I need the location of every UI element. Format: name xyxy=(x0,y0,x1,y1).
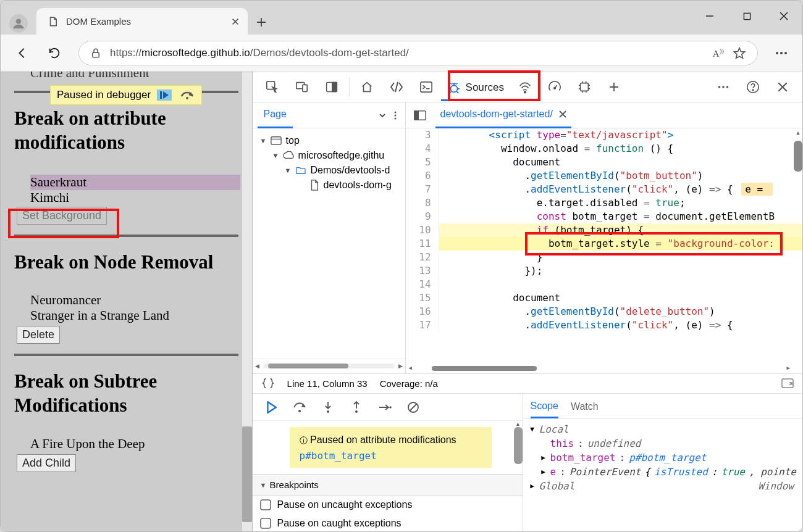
close-devtools-icon[interactable] xyxy=(768,72,797,102)
svg-point-5 xyxy=(784,52,787,54)
step-out-button[interactable] xyxy=(343,395,370,420)
tab-title: DOM Examples xyxy=(66,16,223,27)
sources-tab[interactable]: Sources xyxy=(441,75,510,101)
reload-button[interactable] xyxy=(40,39,69,67)
sources-tab-label: Sources xyxy=(466,81,504,94)
var-this: this: undefined xyxy=(529,436,796,451)
debug-left-scrollbar[interactable] xyxy=(514,427,523,464)
page-tab[interactable]: Page xyxy=(258,102,293,128)
resume-icon[interactable] xyxy=(157,89,172,101)
tree-folder[interactable]: ▼Demos/devtools-d xyxy=(255,163,403,178)
network-icon[interactable] xyxy=(510,72,540,102)
profile-icon[interactable] xyxy=(9,14,28,33)
close-window-button[interactable] xyxy=(765,1,802,31)
add-child-button[interactable]: Add Child xyxy=(17,454,76,472)
pause-caught-checkbox[interactable]: Pause on caught exceptions xyxy=(253,514,523,532)
close-tab-icon[interactable] xyxy=(230,17,240,27)
var-e[interactable]: ▶e: PointerEvent {isTrusted: true, point… xyxy=(529,465,796,479)
delete-button[interactable]: Delete xyxy=(17,326,60,344)
var-botm-target[interactable]: ▶botm_target: p#botm_target xyxy=(529,451,796,465)
chevron-down-icon[interactable] xyxy=(378,111,387,120)
list-item-neuromancer: Neuromancer xyxy=(8,293,238,308)
address-bar[interactable]: https://microsoftedge.github.io/Demos/de… xyxy=(78,41,758,65)
tree-host[interactable]: ▼microsoftedge.githu xyxy=(255,148,403,163)
list-item-fire: A Fire Upon the Deep xyxy=(8,436,238,452)
section-heading-attribute: Break on attribute modifications xyxy=(14,107,238,155)
console-icon[interactable] xyxy=(411,72,441,102)
resume-button[interactable] xyxy=(258,395,285,420)
svg-rect-13 xyxy=(420,81,431,91)
toggle-navigator-icon[interactable] xyxy=(410,102,431,130)
watch-tab[interactable]: Watch xyxy=(571,394,599,417)
svg-point-20 xyxy=(726,86,729,88)
svg-point-22 xyxy=(752,89,754,91)
tree-file[interactable]: devtools-dom-g xyxy=(255,178,403,193)
section-heading-subtree: Break on Subtree Modifications xyxy=(14,370,238,418)
braces-icon[interactable] xyxy=(261,376,275,390)
window-controls xyxy=(691,1,802,31)
scope-local[interactable]: ▼Local xyxy=(529,422,796,436)
read-aloud-icon[interactable]: A)) xyxy=(713,47,724,59)
svg-point-31 xyxy=(327,410,329,413)
maximize-button[interactable] xyxy=(728,1,765,31)
performance-icon[interactable] xyxy=(540,72,570,102)
code-vscrollbar[interactable]: ▲ xyxy=(794,128,802,362)
device-toggle-icon[interactable] xyxy=(287,72,317,102)
favorite-icon[interactable] xyxy=(733,46,746,60)
page-navigator: Page ▼top ▼microsoftedge.githu ▼Demos/de… xyxy=(253,102,406,373)
step-button[interactable] xyxy=(371,395,398,420)
step-into-button[interactable] xyxy=(314,395,342,420)
expand-icon[interactable] xyxy=(781,378,794,388)
svg-point-14 xyxy=(450,85,457,92)
welcome-icon[interactable] xyxy=(352,72,382,102)
debugger-left-panel: ⓘ Paused on attribute modifications p#bo… xyxy=(253,394,523,532)
breakpoints-header[interactable]: ▼Breakpoints xyxy=(253,474,523,496)
svg-rect-28 xyxy=(414,110,418,120)
editor-status-bar: Line 11, Column 33 Coverage: n/a xyxy=(253,373,802,393)
back-button[interactable] xyxy=(8,39,36,67)
webpage-scrollbar-thumb[interactable] xyxy=(242,426,252,522)
minimize-button[interactable] xyxy=(691,1,728,31)
code-area[interactable]: 3 <script type="text/javascript"> 4 wind… xyxy=(406,128,802,373)
scope-global[interactable]: ▶GlobalWindow xyxy=(529,479,796,493)
step-over-button[interactable] xyxy=(286,395,313,420)
inspect-icon[interactable] xyxy=(258,72,287,102)
svg-rect-12 xyxy=(332,82,337,91)
tree-top[interactable]: ▼top xyxy=(255,133,403,148)
memory-icon[interactable] xyxy=(570,72,599,102)
set-background-button[interactable]: Set Background xyxy=(17,207,107,225)
new-tab-button[interactable] xyxy=(255,16,267,28)
devtools-toolbar: Sources xyxy=(253,72,802,102)
page-menu-icon[interactable] xyxy=(390,110,400,120)
nav-hscrollbar[interactable]: ◀ ▶ xyxy=(253,359,405,373)
scope-tab[interactable]: Scope xyxy=(531,394,558,418)
more-icon[interactable] xyxy=(768,39,795,67)
help-icon[interactable] xyxy=(738,72,768,102)
svg-point-4 xyxy=(780,52,783,54)
devtools-panel: Sources Page xyxy=(252,72,802,532)
elements-icon[interactable] xyxy=(382,72,411,102)
svg-point-33 xyxy=(389,406,392,409)
file-tab[interactable]: devtools-dom-get-started/ xyxy=(435,102,571,128)
url-text: https://microsoftedge.github.io/Demos/de… xyxy=(110,47,704,59)
pause-uncaught-checkbox[interactable]: Pause on uncaught exceptions xyxy=(253,496,523,514)
browser-tab[interactable]: DOM Examples xyxy=(36,8,248,35)
code-editor-panel: devtools-dom-get-started/ 3 <script type… xyxy=(406,102,802,373)
svg-rect-6 xyxy=(160,91,162,99)
paused-banner: Paused in debugger xyxy=(50,85,202,105)
devtools-more-icon[interactable] xyxy=(708,72,738,102)
panel-layout-icon[interactable] xyxy=(317,72,347,102)
step-over-icon[interactable] xyxy=(178,89,196,101)
svg-rect-10 xyxy=(302,85,306,91)
more-tabs-button[interactable] xyxy=(599,72,629,102)
cut-off-text: Crime and Punishment xyxy=(8,72,238,81)
svg-rect-17 xyxy=(581,83,589,91)
svg-point-18 xyxy=(718,86,721,88)
page-icon xyxy=(48,16,59,27)
cursor-position: Line 11, Column 33 xyxy=(287,378,368,389)
svg-rect-36 xyxy=(261,518,271,528)
close-file-icon[interactable] xyxy=(559,110,566,118)
code-hscrollbar[interactable] xyxy=(432,366,537,371)
deactivate-breakpoints-button[interactable] xyxy=(400,395,427,420)
tab-bar: DOM Examples xyxy=(1,1,802,35)
